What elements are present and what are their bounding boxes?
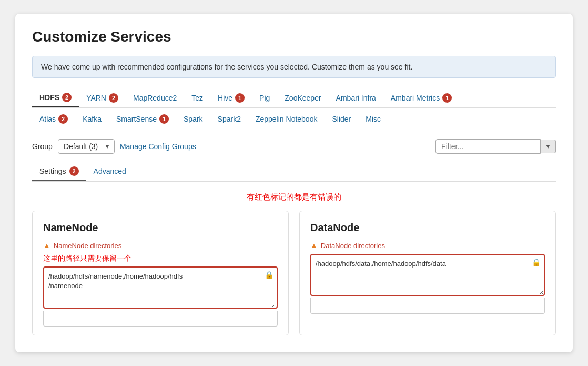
tab-badge-hdfs: 2 bbox=[62, 93, 72, 102]
tab-hive[interactable]: Hive1 bbox=[210, 88, 252, 107]
tab-badge-ambari metrics: 1 bbox=[442, 93, 452, 103]
tab-badge-yarn: 2 bbox=[109, 93, 118, 103]
lock-icon: 🔒 bbox=[532, 258, 541, 266]
group-label: Group bbox=[32, 142, 53, 151]
group-select-wrapper: Default (3) ▼ bbox=[58, 139, 115, 154]
warning-triangle-icon: ▲ bbox=[310, 241, 318, 250]
filter-dropdown-button[interactable]: ▼ bbox=[541, 140, 556, 153]
lock-icon: 🔒 bbox=[265, 271, 273, 279]
page-container: Customize Services We have come up with … bbox=[15, 14, 573, 352]
tab-ambari-infra[interactable]: Ambari Infra bbox=[329, 88, 383, 107]
tab-pig[interactable]: Pig bbox=[252, 88, 277, 107]
section-badge-settings: 2 bbox=[69, 166, 79, 176]
page-title: Customize Services bbox=[32, 28, 556, 45]
textarea-wrapper-1: 🔒 bbox=[310, 254, 545, 298]
tab-zeppelin-notebook[interactable]: Zeppelin Notebook bbox=[248, 110, 325, 128]
section-tab-advanced[interactable]: Advanced bbox=[86, 163, 134, 181]
field-textarea-datanode[interactable] bbox=[310, 254, 545, 296]
tab-misc[interactable]: Misc bbox=[358, 110, 388, 128]
namenode-field-annotation: 这里的路径只需要保留一个 bbox=[43, 254, 278, 263]
warning-label-1[interactable]: DataNode directories bbox=[321, 242, 385, 250]
textarea-extra-area bbox=[43, 311, 278, 327]
tab-mapreduce2[interactable]: MapReduce2 bbox=[126, 88, 184, 107]
tab-kafka[interactable]: Kafka bbox=[75, 110, 109, 128]
card-namenode: NameNode▲NameNode directories这里的路径只需要保留一… bbox=[32, 211, 289, 335]
warning-row-1: ▲DataNode directories bbox=[310, 241, 545, 250]
card-datanode: DataNode▲DataNode directories🔒 bbox=[299, 211, 556, 335]
tab-zookeeper[interactable]: ZooKeeper bbox=[277, 88, 328, 107]
textarea-wrapper-0: 🔒 bbox=[43, 266, 278, 311]
tab-badge-smartsense: 1 bbox=[159, 114, 169, 124]
annotation-top: 有红色标记的都是有错误的 bbox=[32, 192, 556, 202]
tabs-row-2: Atlas2KafkaSmartSense1SparkSpark2Zeppeli… bbox=[32, 108, 556, 128]
group-select[interactable]: Default (3) bbox=[58, 139, 115, 154]
tab-yarn[interactable]: YARN2 bbox=[79, 88, 126, 107]
tab-hdfs[interactable]: HDFS2 bbox=[32, 88, 79, 107]
warning-label-0[interactable]: NameNode directories bbox=[54, 242, 121, 250]
manage-config-groups-link[interactable]: Manage Config Groups bbox=[120, 142, 196, 151]
tab-slider[interactable]: Slider bbox=[325, 110, 358, 128]
filter-input[interactable] bbox=[435, 139, 541, 154]
tab-spark[interactable]: Spark bbox=[176, 110, 210, 128]
tab-ambari-metrics[interactable]: Ambari Metrics1 bbox=[383, 88, 459, 107]
group-row: Group Default (3) ▼ Manage Config Groups… bbox=[32, 139, 556, 154]
card-title-datanode: DataNode bbox=[310, 222, 545, 234]
field-textarea-namenode[interactable] bbox=[43, 266, 278, 309]
section-tab-settings[interactable]: Settings2 bbox=[32, 162, 86, 181]
tab-smartsense[interactable]: SmartSense1 bbox=[109, 110, 176, 128]
tab-badge-atlas: 2 bbox=[58, 114, 68, 124]
tab-badge-hive: 1 bbox=[235, 93, 245, 103]
filter-wrapper: ▼ bbox=[435, 139, 556, 154]
card-title-namenode: NameNode bbox=[43, 222, 278, 234]
tab-atlas[interactable]: Atlas2 bbox=[32, 110, 75, 128]
warning-row-0: ▲NameNode directories bbox=[43, 241, 278, 250]
tab-spark2[interactable]: Spark2 bbox=[210, 110, 248, 128]
tab-tez[interactable]: Tez bbox=[184, 88, 210, 107]
cards-row: NameNode▲NameNode directories这里的路径只需要保留一… bbox=[32, 211, 556, 335]
tabs-row-1: HDFS2YARN2MapReduce2TezHive1PigZooKeeper… bbox=[32, 88, 556, 108]
warning-triangle-icon: ▲ bbox=[43, 241, 50, 250]
section-tabs: Settings2Advanced bbox=[32, 162, 556, 182]
info-banner: We have come up with recommended configu… bbox=[32, 56, 556, 78]
textarea-extra-area bbox=[310, 298, 545, 314]
